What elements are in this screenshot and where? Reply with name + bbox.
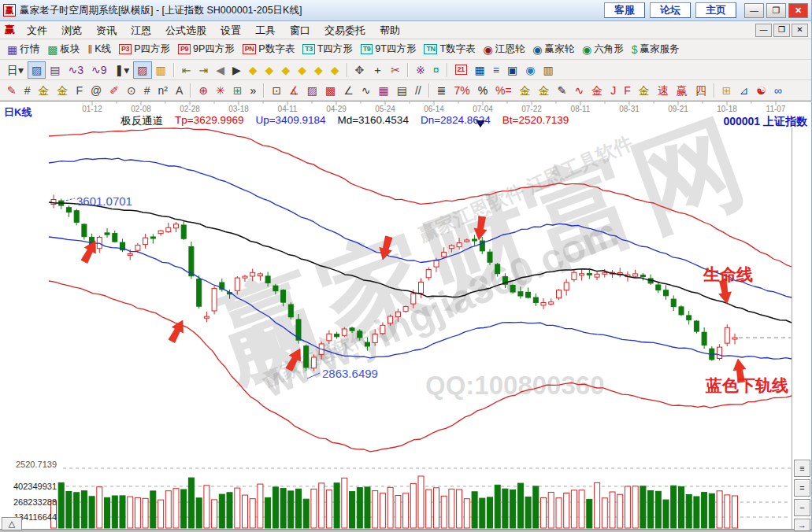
gold-angle-button[interactable]: 金 [635, 82, 654, 99]
chart-blue-button[interactable]: ▨ [28, 61, 46, 79]
minimize-button[interactable]: — [744, 3, 764, 18]
red-pencil-button[interactable]: ✎ [3, 82, 20, 99]
prev-bar-button[interactable]: ◀ [212, 61, 228, 79]
wave3-button[interactable]: ∿3 [65, 61, 88, 79]
stamp-tool-button[interactable]: ※ [412, 61, 429, 79]
text-note-button[interactable]: A [172, 82, 187, 99]
calendar-button[interactable]: 21 [451, 61, 471, 79]
web-button[interactable]: ◉ [521, 61, 539, 79]
calculator-button[interactable]: ▦ [471, 61, 489, 79]
winner-wheel-button[interactable]: ◉赢家轮 [528, 41, 578, 58]
four-line-button[interactable]: 四 [691, 82, 710, 99]
percent-line-button[interactable]: %= [491, 82, 516, 99]
n2-button[interactable]: n² [154, 82, 172, 99]
gold-red-button[interactable]: 金 [588, 82, 606, 99]
diamond-expand-button[interactable]: ◆ [277, 61, 294, 79]
fan-square-button[interactable]: ▩ [321, 82, 339, 99]
price-scale-button[interactable]: ≣ [433, 82, 450, 99]
yinyang-button[interactable]: ☯ [752, 82, 770, 99]
j-angle-button[interactable]: J [606, 82, 620, 99]
gann-wheel-button[interactable]: ◉江恩轮 [480, 41, 529, 58]
customer-service-button[interactable]: 客服 [604, 2, 645, 18]
grid-target-button[interactable]: ⊞ [229, 82, 247, 99]
f-angle-button[interactable]: F [620, 82, 635, 99]
menu-帮助[interactable]: 帮助 [373, 23, 407, 38]
diamond-full-button[interactable]: ◆ [327, 61, 343, 79]
t-square-button[interactable]: T3T四方形 [298, 41, 357, 58]
gold-line-button[interactable]: 金 [535, 82, 554, 99]
marker-pencil-button[interactable]: ✐ [106, 82, 123, 99]
chart-canvas[interactable]: 01-1202-0802-2803-1804-1104-2905-2406-14… [0, 102, 812, 532]
diamond-center-button[interactable]: ◆ [310, 61, 327, 79]
forum-button[interactable]: 论坛 [650, 2, 691, 18]
histogram-button[interactable]: ▥ [152, 61, 170, 79]
menu-交易委托[interactable]: 交易委托 [317, 23, 373, 38]
gold-circle-button[interactable]: 金 [516, 82, 535, 99]
menu-设置[interactable]: 设置 [213, 23, 248, 38]
ruler-lines-button[interactable]: # [140, 82, 154, 99]
diamond-right-button[interactable]: ◆ [261, 61, 278, 79]
fibonacci-button[interactable]: F [72, 82, 87, 99]
save-button[interactable]: ▣ [503, 61, 521, 79]
pane-single-button[interactable]: − [794, 499, 810, 516]
print-button[interactable]: ▥ [539, 61, 557, 79]
menu-资讯[interactable]: 资讯 [89, 23, 124, 38]
hand-tool-button[interactable]: ✥ [351, 61, 369, 79]
diamond-compress-button[interactable]: ◆ [294, 61, 310, 79]
fan-box-button[interactable]: ▨ [303, 82, 321, 99]
menu-公式选股[interactable]: 公式选股 [158, 23, 213, 38]
erase-tool-button[interactable]: ✂ [387, 61, 404, 79]
last-bar-button[interactable]: ⇥ [195, 61, 213, 79]
notes-button[interactable]: ≡ [489, 61, 503, 79]
scroll-right-button[interactable]: → [794, 519, 810, 531]
hexagon-button[interactable]: ◉六角形 [578, 41, 628, 58]
mdi-minimize-button[interactable]: — [755, 24, 772, 37]
menu-工具[interactable]: 工具 [248, 23, 283, 38]
trend-chart-button[interactable]: ⊿ [736, 82, 753, 99]
winner-line-button[interactable]: 赢 [673, 82, 691, 99]
spiral-button[interactable]: @ [87, 82, 106, 99]
mdi-restore-button[interactable]: ❐ [773, 24, 790, 37]
market-grid-button[interactable]: ▦行情 [3, 41, 43, 58]
period-select-button[interactable]: 日▾ [3, 61, 28, 79]
wave9-button[interactable]: ∿9 [87, 61, 111, 79]
more-tools-button[interactable]: » [247, 82, 261, 99]
scroll-up-button[interactable]: △ [2, 517, 22, 530]
wave-red-button[interactable]: ∿ [570, 82, 588, 99]
quote-list-button[interactable]: ▤ [46, 61, 64, 79]
zigzag-button[interactable]: ∿ [358, 82, 375, 99]
gann-fan-button[interactable]: ∡ [285, 82, 303, 99]
menu-江恩[interactable]: 江恩 [124, 23, 158, 38]
kline-button[interactable]: ‖K线 [83, 41, 115, 58]
speed-line-button[interactable]: 速 [654, 82, 673, 99]
target-button[interactable]: ⊕ [195, 82, 212, 99]
box-select-button[interactable]: ⊡ [268, 82, 285, 99]
grid-lines-button[interactable]: # [20, 82, 35, 99]
restore-button[interactable]: ❐ [766, 3, 786, 18]
percent-button[interactable]: % [474, 82, 491, 99]
p-table-button[interactable]: PNP数字表 [239, 41, 298, 58]
cycle-clock-button[interactable]: ⊙ [123, 82, 140, 99]
mdi-close-button[interactable]: ✕ [792, 24, 808, 37]
pane-three-split-button[interactable]: ≡ [794, 460, 810, 477]
percent-band-button[interactable]: 7% [450, 82, 473, 99]
pattern-tool-button[interactable]: ¤ [429, 61, 443, 79]
p9-square-button[interactable]: P99P四方形 [174, 41, 239, 58]
slant-lines-button[interactable]: // [411, 82, 425, 99]
chart-red-button[interactable]: ▨ [133, 61, 151, 79]
crosshair-tool-button[interactable]: ＋ [368, 61, 387, 79]
sector-blocks-button[interactable]: ▩板块 [43, 41, 83, 58]
t-table-button[interactable]: TNT数字表 [420, 41, 479, 58]
gold-ratio-button[interactable]: 金 [35, 82, 54, 99]
yellow-grid-button[interactable]: ⊞ [718, 82, 736, 99]
close-button[interactable]: ✕ [788, 3, 808, 18]
bottom-scrollbar-track[interactable] [0, 529, 812, 532]
menu-窗口[interactable]: 窗口 [283, 23, 317, 38]
candle-style-button[interactable]: ❚▾ [111, 61, 134, 79]
next-bar-button[interactable]: ▶ [228, 61, 245, 79]
t9-square-button[interactable]: T99T四方形 [357, 41, 421, 58]
menu-浏览[interactable]: 浏览 [54, 23, 89, 38]
diamond-left-button[interactable]: ◆ [245, 61, 261, 79]
winner-service-button[interactable]: $赢家服务 [628, 41, 684, 58]
gold-ratio2-button[interactable]: 金 [54, 82, 72, 99]
